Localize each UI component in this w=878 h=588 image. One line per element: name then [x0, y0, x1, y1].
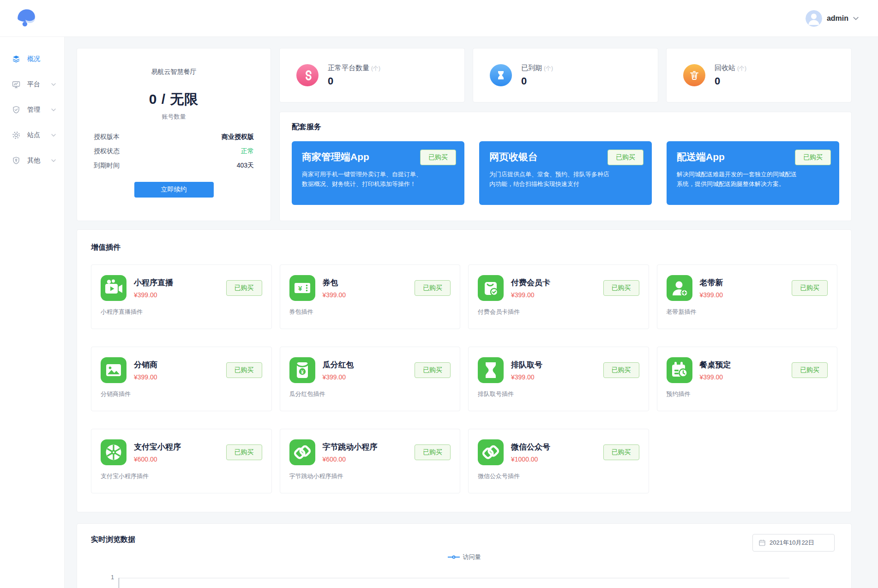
services-panel: 配套服务 商家管理端App 已购买 商家可用手机一键管理外卖订单、自提订单、数据…	[279, 112, 852, 221]
service-desc: 商家可用手机一键管理外卖订单、自提订单、数据概况、财务统计、打印机添加等操作！	[302, 169, 427, 189]
field-value: 403天	[237, 162, 254, 170]
purchased-button[interactable]: 已购买	[603, 444, 639, 460]
wheel-icon	[101, 439, 126, 465]
purchased-button[interactable]: 已购买	[415, 362, 451, 378]
account-quota-label: 账号数量	[94, 113, 254, 121]
plugin-card-member-card: 付费会员卡 ¥399.00 已购买 付费会员卡插件	[468, 264, 649, 329]
plugin-desc: 券包插件	[289, 308, 451, 316]
purchased-button[interactable]: 已购买	[792, 280, 828, 296]
calendar-icon	[758, 539, 766, 546]
plugin-name: 付费会员卡	[511, 277, 596, 288]
date-value: 2021年10月22日	[770, 539, 814, 547]
chevron-down-icon	[853, 17, 859, 20]
legend-item-visits[interactable]: 访问量	[91, 553, 837, 561]
plugin-name: 支付宝小程序	[134, 442, 219, 452]
plugin-price: ¥399.00	[700, 291, 785, 299]
sidebar-item-site[interactable]: 站点	[0, 122, 64, 148]
purchased-button[interactable]: 已购买	[415, 280, 451, 296]
stat-card-recycle-bin: 回收站(个) 0	[666, 48, 852, 102]
visits-chart: 1	[91, 578, 837, 588]
plugin-price: ¥399.00	[134, 373, 219, 381]
sidebar-item-overview[interactable]: 概况	[0, 46, 64, 72]
plugin-price: ¥399.00	[134, 291, 219, 299]
gear-icon	[12, 131, 20, 139]
hourglass-icon	[490, 64, 512, 86]
service-desc: 解决同城配送难题开发的一套独立的同城配送系统，提供同城配送跑腿整体解决方案。	[677, 169, 802, 189]
line-marker-icon	[448, 557, 460, 558]
purchased-button[interactable]: 已购买	[226, 280, 262, 296]
plugin-price: ¥1000.00	[511, 456, 596, 463]
plugin-name: 排队取号	[511, 360, 596, 370]
plugin-price: ¥399.00	[323, 291, 408, 299]
plugin-name: 微信公众号	[511, 442, 596, 452]
purchased-button[interactable]: 已购买	[226, 362, 262, 378]
plugin-name: 分销商	[134, 360, 219, 370]
sidebar-item-label: 管理	[27, 106, 40, 114]
plugin-price: ¥399.00	[511, 291, 596, 299]
purchased-button[interactable]: 已购买	[420, 150, 456, 165]
red-packet-icon: ¥	[289, 357, 315, 383]
y-axis-line	[119, 578, 119, 588]
purchased-button[interactable]: 已购买	[415, 444, 451, 460]
top-bar: admin	[0, 0, 878, 37]
y-axis-tick: 1	[105, 574, 114, 581]
realtime-title: 实时浏览数据	[91, 535, 837, 545]
sidebar: 概况 平台 管理	[0, 37, 65, 588]
stat-label: 已到期	[521, 64, 542, 72]
sidebar-item-other[interactable]: 其他	[0, 148, 64, 173]
sidebar-item-manage[interactable]: 管理	[0, 97, 64, 122]
plugin-name: 字节跳动小程序	[323, 442, 408, 452]
chevron-down-icon	[51, 159, 56, 162]
purchased-button[interactable]: 已购买	[795, 150, 831, 165]
license-fields: 授权版本 商业授权版 授权状态 正常 到期时间 403天	[94, 133, 254, 170]
plugin-card-live: 小程序直播 ¥399.00 已购买 小程序直播插件	[91, 264, 272, 329]
purchased-button[interactable]: 已购买	[226, 444, 262, 460]
service-card-merchant-app: 商家管理端App 已购买 商家可用手机一键管理外卖订单、自提订单、数据概况、财务…	[292, 141, 464, 205]
sidebar-item-label: 平台	[27, 80, 40, 89]
license-row: 到期时间 403天	[94, 162, 254, 170]
services-title: 配套服务	[292, 122, 839, 132]
sidebar-item-label: 其他	[27, 156, 40, 165]
live-stream-icon	[101, 275, 126, 301]
user-menu[interactable]: admin	[806, 10, 859, 27]
stat-value: 0	[715, 75, 746, 87]
chevron-down-icon	[51, 108, 56, 111]
field-label: 授权状态	[94, 147, 120, 156]
field-label: 授权版本	[94, 133, 120, 141]
username: admin	[827, 14, 848, 23]
field-value: 正常	[241, 147, 254, 156]
svg-text:¥: ¥	[298, 284, 302, 292]
dashboard-page: { "header": { "username": "admin" }, "si…	[0, 0, 878, 588]
purchased-button[interactable]: 已购买	[603, 362, 639, 378]
purchased-button[interactable]: 已购买	[792, 362, 828, 378]
purchased-button[interactable]: 已购买	[603, 280, 639, 296]
sidebar-item-label: 概况	[27, 55, 40, 63]
sidebar-item-platform[interactable]: 平台	[0, 72, 64, 97]
plugin-desc: 小程序直播插件	[101, 308, 262, 316]
renew-button[interactable]: 立即续约	[134, 182, 214, 198]
stat-label: 正常平台数量	[328, 64, 369, 72]
hourglass-icon	[478, 357, 504, 383]
chevron-down-icon	[51, 83, 56, 86]
date-picker[interactable]: 2021年10月22日	[752, 534, 835, 552]
purchased-button[interactable]: 已购买	[607, 150, 643, 165]
license-row: 授权版本 商业授权版	[94, 133, 254, 141]
svg-text:¥: ¥	[301, 369, 304, 375]
chevron-down-icon	[51, 134, 56, 137]
calendar-clock-icon	[667, 357, 692, 383]
shield-key-icon	[12, 156, 20, 165]
realtime-panel: 实时浏览数据 2021年10月22日 访问量 1	[77, 523, 852, 588]
plugin-price: ¥399.00	[700, 373, 785, 381]
license-card: 易航云智慧餐厅 0 / 无限 账号数量 授权版本 商业授权版 授权状态 正常 到…	[77, 48, 271, 221]
grid-line	[119, 578, 789, 578]
member-card-icon	[478, 275, 504, 301]
plugin-desc: 老带新插件	[667, 308, 828, 316]
plugin-name: 小程序直播	[134, 277, 219, 288]
stat-label: 回收站	[715, 64, 735, 72]
plugin-desc: 排队取号插件	[478, 390, 639, 398]
plugin-card-wechat-official: 微信公众号 ¥1000.00 已购买 微信公众号插件	[468, 429, 649, 493]
plugin-name: 老带新	[700, 277, 785, 288]
plugin-price: ¥399.00	[511, 373, 596, 381]
image-icon	[101, 357, 126, 383]
stat-unit: (个)	[737, 65, 746, 72]
